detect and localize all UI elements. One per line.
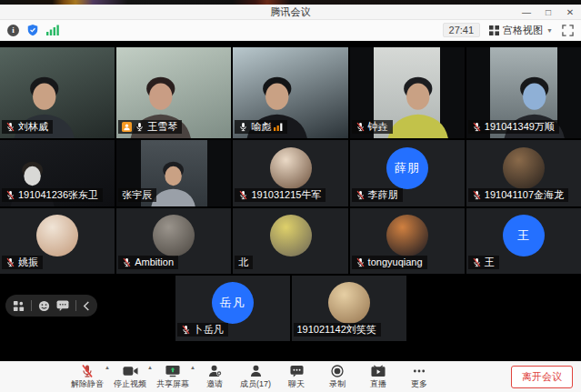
photo-avatar <box>153 215 195 256</box>
maximize-button[interactable]: □ <box>537 5 559 19</box>
window-controls: — □ ✕ <box>516 5 581 19</box>
participant-name-label: 王 <box>468 256 499 269</box>
chat-icon <box>290 364 304 377</box>
participant-tile[interactable]: 191041236张东卫 <box>0 140 115 206</box>
toolbar-item-chat[interactable]: 聊天 <box>281 364 312 390</box>
participant-name: 张宇辰 <box>122 190 152 200</box>
participant-name-label: Ambition <box>118 256 178 269</box>
participant-name-label: tongyuqiang <box>352 256 427 269</box>
toolbar-item-label: 邀请 <box>206 378 223 390</box>
chevron-up-icon[interactable]: ▲ <box>190 365 195 370</box>
participant-name-label: 191031215牛军 <box>235 188 326 202</box>
participant-name: 姚振 <box>18 257 38 267</box>
participant-name: 王雪琴 <box>147 122 177 132</box>
participant-name: 卜岳凡 <box>194 325 224 335</box>
floating-mini-toolbar <box>5 295 97 317</box>
participant-name: 191031215牛军 <box>251 190 321 200</box>
smiley-icon[interactable] <box>38 300 50 312</box>
participant-name-label: 刘林威 <box>2 120 53 134</box>
meeting-statusbar: i 27:41 宫格视图 ▼ <box>0 20 581 41</box>
participant-name-label: 钟垚 <box>352 120 393 134</box>
mic-muted-icon <box>356 122 366 132</box>
toolbar-item-label: 录制 <box>329 378 346 390</box>
participant-tile[interactable]: 王雪琴 <box>116 47 231 138</box>
participant-tile[interactable]: 191041107金海龙 <box>466 140 581 206</box>
mic-muted-icon <box>472 190 482 200</box>
participant-tile[interactable]: 191021142刘笑笑 <box>292 276 406 341</box>
photo-avatar <box>270 147 312 189</box>
toolbar-item-camera[interactable]: 停止视频▲ <box>114 364 146 390</box>
photo-avatar <box>328 282 370 324</box>
participant-tile[interactable]: 岳凡卜岳凡 <box>175 276 290 341</box>
participant-name: 191041236张东卫 <box>18 190 98 200</box>
grid-view-icon <box>489 25 499 35</box>
meeting-info-icon[interactable]: i <box>7 25 19 36</box>
camera-icon <box>123 364 138 377</box>
participant-tile[interactable]: tongyuqiang <box>350 208 465 274</box>
participant-name-label: 姚振 <box>2 256 43 269</box>
participant-name: 喻彪 <box>251 122 271 132</box>
participant-name-label: 王雪琴 <box>118 120 182 134</box>
members-icon <box>250 364 262 377</box>
participant-tile[interactable]: 王王 <box>466 208 581 274</box>
photo-avatar <box>270 215 312 256</box>
statusbar-right: 27:41 宫格视图 ▼ <box>443 23 574 37</box>
participant-name-label: 191041349万顺 <box>468 120 559 134</box>
view-mode-switcher[interactable]: 宫格视图 ▼ <box>489 24 553 37</box>
toolbar-item-members[interactable]: 成员(17) <box>240 364 271 390</box>
close-button[interactable]: ✕ <box>559 5 581 19</box>
participant-tile[interactable]: 喻彪 <box>233 47 347 138</box>
window-title: 腾讯会议 <box>0 5 581 19</box>
participant-tile[interactable]: 北 <box>233 208 347 274</box>
toolbar-item-invite[interactable]: 邀请 <box>199 364 230 390</box>
photo-avatar <box>386 215 428 256</box>
record-icon <box>331 364 344 377</box>
live-icon <box>371 364 386 377</box>
toolbar-item-mic-muted[interactable]: 解除静音▲ <box>71 364 104 390</box>
network-signal-icon[interactable] <box>46 25 59 35</box>
participant-tile[interactable]: 钟垚 <box>350 47 465 138</box>
more-icon <box>412 364 426 377</box>
participant-tile[interactable]: 张宇辰 <box>116 140 231 206</box>
mic-muted-icon <box>472 257 482 267</box>
security-shield-icon[interactable] <box>26 24 39 36</box>
participant-name: 191021142刘笑笑 <box>297 325 376 335</box>
participant-tile[interactable]: 191041349万顺 <box>466 47 581 138</box>
chevron-down-icon: ▼ <box>546 27 553 34</box>
toolbar-item-live[interactable]: 直播 <box>363 364 394 390</box>
participant-tile[interactable]: 刘林威 <box>0 47 115 138</box>
participant-name-label: 卜岳凡 <box>177 323 228 337</box>
divider <box>31 300 32 311</box>
participant-name-label: 191041236张东卫 <box>2 188 103 202</box>
toolbar-item-more[interactable]: 更多 <box>404 364 435 390</box>
mic-muted-icon <box>472 122 482 132</box>
participant-name-label: 张宇辰 <box>118 188 156 202</box>
toolbar-item-record[interactable]: 录制 <box>322 364 353 390</box>
message-icon[interactable] <box>56 300 69 311</box>
participant-tile[interactable]: 姚振 <box>0 208 115 274</box>
participant-name: 191041107金海龙 <box>485 190 564 200</box>
mic-on-icon <box>135 122 145 132</box>
participant-tile[interactable]: Ambition <box>116 208 231 274</box>
mic-on-icon <box>238 122 248 132</box>
toolbar-item-share-screen[interactable]: 共享屏幕▲ <box>156 364 189 390</box>
divider <box>75 300 76 311</box>
participant-tile[interactable]: 191031215牛军 <box>233 140 347 206</box>
mic-muted-icon <box>80 364 95 377</box>
chevron-up-icon[interactable]: ▲ <box>147 365 153 370</box>
leave-meeting-button[interactable]: 离开会议 <box>511 366 573 388</box>
meeting-control-toolbar: 解除静音▲停止视频▲共享屏幕▲邀请成员(17)聊天录制直播更多离开会议 <box>0 361 581 392</box>
toolbar-item-label: 更多 <box>411 378 427 390</box>
fullscreen-icon[interactable] <box>562 25 574 36</box>
chevron-left-icon[interactable] <box>83 301 90 311</box>
participant-name-label: 191041107金海龙 <box>468 188 568 202</box>
chevron-up-icon[interactable]: ▲ <box>105 365 110 370</box>
minimize-button[interactable]: — <box>516 5 537 19</box>
share-screen-icon <box>165 364 180 377</box>
participant-name: 李薛朋 <box>368 190 398 200</box>
initials-avatar: 岳凡 <box>212 282 254 324</box>
participant-tile[interactable]: 薛朋李薛朋 <box>350 140 465 206</box>
participant-name-label: 李薛朋 <box>352 188 403 202</box>
layout-grid-icon[interactable] <box>13 300 25 312</box>
photo-avatar <box>503 147 545 189</box>
